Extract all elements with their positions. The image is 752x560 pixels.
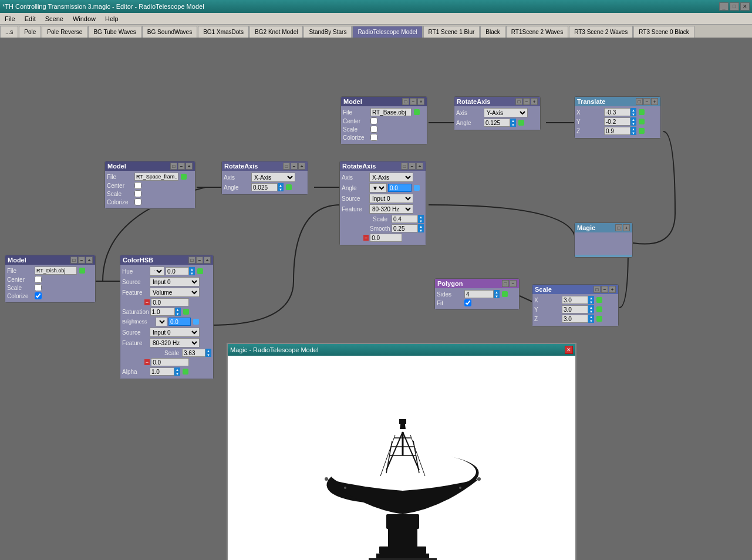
node-scale-ctrl2[interactable]: − [601, 286, 608, 293]
node-ra3-angle-type[interactable]: ▼ [369, 183, 387, 193]
tab-rt3-scene0-black[interactable]: RT3 Scene 0 Black [633, 26, 694, 38]
node-colorhsb-scale-down[interactable]: ▼ [205, 353, 211, 357]
node-ra3-scale-input[interactable] [392, 215, 418, 223]
node-ra3-ctrl3[interactable]: + [416, 163, 423, 170]
node-ra3-source-select[interactable]: Input 0 [369, 194, 413, 203]
node-colorhsb-sat-input[interactable] [150, 308, 175, 316]
node-colorhsb-ctrl1[interactable]: □ [188, 257, 195, 264]
node-colorhsb-hue-input[interactable] [166, 267, 189, 275]
node-scale-y-up[interactable]: ▲ [588, 305, 594, 309]
node-translate-ctrl2[interactable]: − [643, 98, 650, 105]
node-magic-ctrl1[interactable]: □ [615, 224, 622, 231]
node-model3-file-input[interactable] [35, 266, 77, 275]
tab-rt1scene2-waves[interactable]: RT1Scene 2 Waves [506, 26, 568, 38]
node-ra1-angle-down[interactable]: ▼ [510, 123, 516, 127]
node-ra2-angle-up[interactable]: ▲ [278, 183, 284, 187]
node-model1-colorize-check[interactable] [370, 134, 377, 141]
tab-standby-stars[interactable]: StandBy Stars [304, 26, 352, 38]
node-colorhsb-alpha-up[interactable]: ▲ [174, 367, 180, 372]
node-model2-ctrl2[interactable]: − [178, 163, 185, 170]
node-ra3-feature-select[interactable]: 80-320 Hz [369, 204, 413, 214]
tab-bg-soundwaves[interactable]: BG SoundWaves [142, 26, 197, 38]
node-translate-y-up[interactable]: ▲ [630, 117, 636, 122]
node-colorhsb-feature2-select[interactable]: 80-320 Hz [150, 338, 200, 348]
node-ra2-angle-down[interactable]: ▼ [278, 187, 284, 191]
node-colorhsb-result-input[interactable] [151, 298, 189, 306]
node-model1-ctrl2[interactable]: − [410, 98, 417, 105]
node-scale-x-down[interactable]: ▼ [588, 300, 594, 304]
node-ra3-smooth-down[interactable]: ▼ [418, 228, 424, 232]
node-scale-z-input[interactable] [562, 315, 588, 323]
tab-dots[interactable]: ...s [0, 26, 18, 38]
tab-rt1-scene1-blur[interactable]: RT1 Scene 1 Blur [423, 26, 480, 38]
node-ra3-smooth-up[interactable]: ▲ [418, 224, 424, 228]
node-ra2-angle-input[interactable] [251, 183, 278, 191]
node-ra3-axis-select[interactable]: X-Axis [369, 173, 413, 182]
node-translate-z-up[interactable]: ▲ [630, 127, 636, 131]
node-translate-y-input[interactable] [604, 117, 630, 126]
node-model3-center-check[interactable] [35, 276, 42, 283]
node-ra2-axis-select[interactable]: X-Axis [251, 173, 295, 182]
tab-pole-reverse[interactable]: Pole Reverse [42, 26, 87, 38]
node-ra2-ctrl2[interactable]: − [291, 163, 298, 170]
node-colorhsb-sat-up[interactable]: ▲ [175, 308, 181, 312]
tab-pole[interactable]: Pole [19, 26, 41, 38]
node-model3-colorize-check[interactable] [35, 292, 42, 299]
node-scale-z-up[interactable]: ▲ [588, 315, 594, 319]
node-ra3-result-input[interactable] [370, 234, 402, 242]
node-colorhsb-alpha-input[interactable] [150, 367, 174, 376]
node-magic-ctrl2[interactable]: + [623, 224, 630, 231]
node-ra1-ctrl1[interactable]: □ [515, 98, 522, 105]
tab-radiotelescope-model[interactable]: RadioTelescope Model [352, 26, 422, 38]
node-model2-file-input[interactable] [134, 173, 178, 181]
node-ra1-axis-select[interactable]: Y-Axis [484, 108, 528, 117]
node-ra1-angle-input[interactable] [484, 119, 510, 127]
node-ra1-angle-up[interactable]: ▲ [510, 119, 516, 123]
node-model1-file-input[interactable] [370, 108, 412, 116]
menu-window[interactable]: Window [68, 14, 100, 23]
node-colorhsb-result2-input[interactable] [151, 358, 189, 366]
node-model3-ctrl1[interactable]: □ [70, 257, 77, 264]
node-ra3-scale-down[interactable]: ▼ [418, 219, 424, 223]
menu-edit[interactable]: Edit [20, 14, 41, 23]
node-translate-y-down[interactable]: ▼ [630, 122, 636, 126]
node-ra2-ctrl1[interactable]: □ [283, 163, 290, 170]
node-model1-ctrl3[interactable]: + [417, 98, 424, 105]
node-translate-z-input[interactable] [604, 127, 630, 135]
node-colorhsb-source2-select[interactable]: Input 0 [150, 328, 200, 337]
node-polygon-sides-down[interactable]: ▼ [494, 294, 500, 298]
node-ra3-scale-up[interactable]: ▲ [418, 215, 424, 219]
node-colorhsb-result-minus[interactable]: − [144, 299, 150, 305]
node-colorhsb-scale-up[interactable]: ▲ [205, 349, 211, 353]
node-scale-y-down[interactable]: ▼ [588, 309, 594, 313]
tab-bg1-xmasdots[interactable]: BG1 XmasDots [198, 26, 249, 38]
node-colorhsb-sat-down[interactable]: ▼ [175, 312, 181, 316]
node-model3-ctrl2[interactable]: − [78, 257, 85, 264]
node-translate-x-input[interactable] [604, 108, 630, 116]
node-ra1-ctrl2[interactable]: − [523, 98, 530, 105]
node-translate-ctrl3[interactable]: + [651, 98, 658, 105]
node-colorhsb-scale-input[interactable] [182, 349, 205, 357]
node-scale-ctrl3[interactable]: + [609, 286, 616, 293]
node-model1-center-check[interactable] [370, 117, 377, 124]
node-ra1-ctrl3[interactable]: + [531, 98, 538, 105]
node-colorhsb-result2-minus[interactable]: − [144, 359, 150, 365]
node-colorhsb-hue-type[interactable]: ▼ [150, 266, 164, 276]
node-colorhsb-source-select[interactable]: Input 0 [150, 277, 200, 286]
node-colorhsb-alpha-down[interactable]: ▼ [174, 372, 180, 376]
node-colorhsb-feature-select[interactable]: Volume [150, 288, 200, 297]
node-model2-center-check[interactable] [134, 182, 141, 189]
node-translate-z-down[interactable]: ▼ [630, 131, 636, 135]
node-model1-ctrl1[interactable]: □ [402, 98, 409, 105]
node-model2-scale-check[interactable] [134, 190, 141, 197]
node-colorhsb-ctrl3[interactable]: + [204, 257, 211, 264]
magic-close-button[interactable]: ✕ [565, 346, 573, 354]
node-model1-scale-check[interactable] [370, 126, 377, 133]
node-colorhsb-hue-up[interactable]: ▲ [189, 267, 195, 271]
menu-help[interactable]: Help [100, 14, 123, 23]
node-polygon-sides-input[interactable] [464, 290, 494, 298]
node-ra3-ctrl2[interactable]: − [409, 163, 416, 170]
node-polygon-ctrl1[interactable]: □ [502, 280, 509, 287]
node-colorhsb-hue-down[interactable]: ▼ [189, 271, 195, 275]
node-scale-x-up[interactable]: ▲ [588, 296, 594, 300]
